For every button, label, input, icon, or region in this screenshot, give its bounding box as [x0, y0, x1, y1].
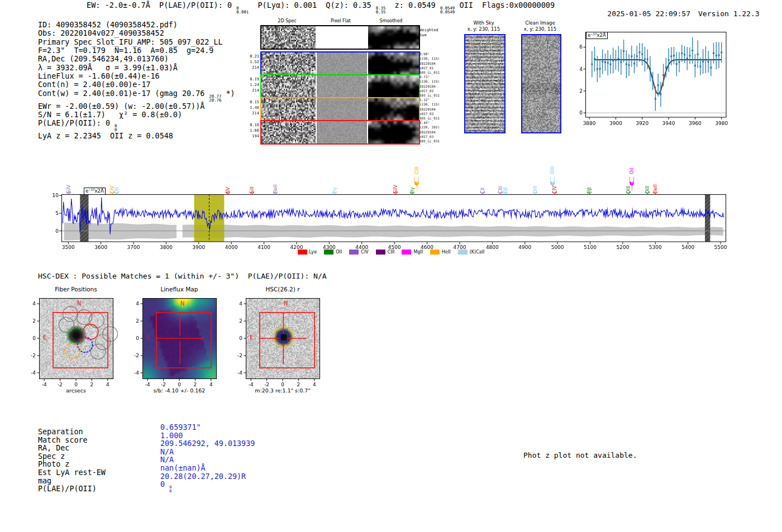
col-header-2d-spec: 2D Spec: [278, 18, 296, 23]
match-table-values: 0.659371"1.000209.546292, 49.013939N/AN/…: [160, 424, 255, 493]
info-line: RA,Dec (209.546234,49.013760): [38, 55, 235, 63]
legend-swatch: [376, 250, 385, 255]
cutout-lineflux-map-title: Lineflux Map: [129, 286, 230, 293]
line-label-brace: {: [332, 190, 337, 195]
legend-swatch: [430, 250, 440, 255]
match-row-label: Match score: [38, 437, 106, 445]
spec2d-exposure-row: [260, 120, 420, 145]
hsc-dex-summary: HSC-DEX : Possible Matches = 1 (within +…: [38, 272, 327, 280]
cutout-fiber-positions-title: Fiber Positions: [26, 286, 126, 293]
match-row-value: 20.28(20.27,20.29)R: [160, 473, 255, 481]
legend-label: (K)CaII: [470, 250, 485, 255]
line-label-brace: {: [653, 190, 658, 195]
line-label-brace: {: [552, 190, 557, 195]
legend-item: OII: [324, 250, 342, 255]
spec2d-row-left-labels: 0.211.52214: [247, 54, 259, 70]
legend-label: MgII: [413, 250, 423, 255]
spec2d-exposure-row: [260, 51, 420, 76]
legend-item: (K)CaII: [458, 250, 485, 255]
col-header-pixel-flat: Pixel Flat: [331, 18, 351, 23]
col-header-smoothed: Smoothed: [380, 18, 403, 23]
line-label-brace: {: [226, 190, 231, 195]
match-row-value: N/A: [160, 456, 255, 464]
info-line: λ = 3932.09Å σ = 3.99(±1.03)Å: [38, 64, 235, 72]
info-line: LyA z = 2.2345 OII z = 0.0548: [38, 132, 235, 140]
match-table-labels: SeparationMatch scoreRA, DecSpec zPhoto …: [38, 428, 106, 493]
clean-image-title: Clean Image x, y: 230, 115: [509, 20, 571, 32]
legend-swatch: [458, 250, 468, 255]
clean-image: [521, 34, 561, 133]
spec2d-exposure-row: [260, 97, 420, 122]
legend-item: CIII: [376, 250, 395, 255]
spec2d-row-right-labels: 1.44"(228, 292)20220104v027_03505_LL_031: [419, 121, 440, 143]
info-line: S/N = 6.1(±1.7) χ² = 0.8(±0.0): [38, 111, 235, 119]
with-sky-title: With Sky x, y: 230, 115: [453, 20, 514, 32]
cutout-hsc-r-title: HSC(26.2) r: [232, 286, 333, 293]
clean-image-coords: x, y: 230, 115: [509, 26, 571, 32]
spec2d-row-left-labels: 0.191.24214: [247, 77, 259, 93]
info-line: EWr = -2.00(±0.59) (w: -2.00(±0.57))Å: [38, 102, 235, 111]
spec2d-row-image: [261, 75, 419, 98]
line-label-brace: {: [66, 190, 71, 195]
match-row-label: Spec z: [38, 453, 106, 461]
info-line: ID: 4090358452 (4090358452.pdf): [38, 21, 235, 29]
legend-item: Lyα: [298, 250, 317, 255]
legend-item: MgII: [402, 250, 423, 255]
cutout-lineflux-map: [125, 295, 225, 387]
match-row-label: RA, Dec: [38, 444, 106, 453]
spec2d-row-image: [261, 26, 419, 49]
line-label-brace: {: [480, 190, 485, 195]
info-line: P(LAE)/P(OII): 0 00: [38, 119, 235, 132]
cutout-lineflux-xlabel: s/b: -4.10 +/- 0.162: [129, 387, 230, 394]
legend-swatch: [349, 250, 359, 255]
line-label-brace: {: [630, 172, 635, 195]
cutout-hsc-r: [228, 295, 328, 387]
line-label-brace: {: [250, 190, 255, 195]
elixer-report-page: EW: -2.0±-0.7Å P(LAE)/P(OII): 0 00.001 P…: [0, 0, 782, 532]
with-sky-image: [464, 34, 506, 133]
info-block: ID: 4090358452 (4090358452.pdf)Obs: 2022…: [38, 21, 235, 141]
report-meta: 2025-01-05 22:09:57Version 1.22.3: [590, 1, 760, 26]
report-version: Version 1.22.3: [698, 9, 760, 18]
info-line: Cont(n) = 2.40(±0.00)e-17: [38, 80, 235, 89]
legend-swatch: [402, 250, 411, 255]
info-line: F=2.3" T=0.179 N=1.16 A=0.85 g=24.9: [38, 46, 235, 55]
legend-label: CIII: [388, 250, 395, 255]
match-row-label: Est LyA rest-EW: [38, 469, 106, 477]
report-datetime: 2025-01-05 22:09:57: [607, 9, 690, 18]
spec2d-row-image: [261, 121, 419, 143]
spec2d-row-image: [261, 98, 419, 121]
spec2d-row-right-labels: 0.73"(230, 115)20220104v027_02505_LL_011: [419, 75, 440, 98]
legend-swatch: [324, 250, 333, 255]
info-line: LineFlux = -1.60(±0.44)e-16: [38, 72, 235, 80]
legend-label: OII: [336, 250, 342, 255]
spectrum-unit-label: e⁻¹⁷x2Å: [84, 188, 106, 195]
match-row-label: Photo z: [38, 461, 106, 469]
spec2d-exposure-row: [260, 74, 420, 99]
line-label-brace: {: [645, 190, 650, 195]
legend-label: CIV: [361, 250, 368, 255]
clean-image-title-text: Clean Image: [509, 20, 571, 26]
line-label-brace: {: [533, 190, 538, 195]
info-line: Obs: 20220104v027_4090358452: [38, 29, 235, 37]
cutout-hsc-xlabel: m:20.3 re:1.1" s:0.7": [232, 387, 333, 394]
header-summary: EW: -2.0±-0.7Å P(LAE)/P(OII): 0 00.001 P…: [87, 1, 555, 14]
weighted-sum-label: WeightedSum: [419, 28, 438, 38]
legend-swatch: [298, 250, 307, 255]
match-row-value: 0 00: [160, 481, 255, 493]
cutout-fiber-positions: [21, 295, 122, 387]
line-label-brace: {: [587, 190, 592, 195]
legend-item: CIV: [349, 250, 368, 255]
match-row-value: 209.546292, 49.013939: [160, 440, 255, 448]
match-row-label: mag: [38, 477, 106, 486]
line-fit-inset-plot: [575, 27, 737, 133]
legend-item: HeII: [430, 250, 451, 255]
spec2d-row-right-labels: 0.68"(230, 115)20220104v027_01505_LL_011: [419, 52, 440, 75]
phot-z-note: Phot z plot not available.: [523, 451, 637, 459]
legend-label: Lyα: [309, 250, 317, 255]
with-sky-coords: x, y: 230, 115: [453, 26, 514, 32]
full-spectrum-plot: [49, 186, 736, 253]
cutout-fiber-xlabel: arcsecs: [26, 387, 126, 394]
spec2d-row-right-labels: 1.12"(230, 115)20220104v027_03505_LL_011: [419, 98, 440, 121]
match-row-value: N/A: [160, 448, 255, 457]
